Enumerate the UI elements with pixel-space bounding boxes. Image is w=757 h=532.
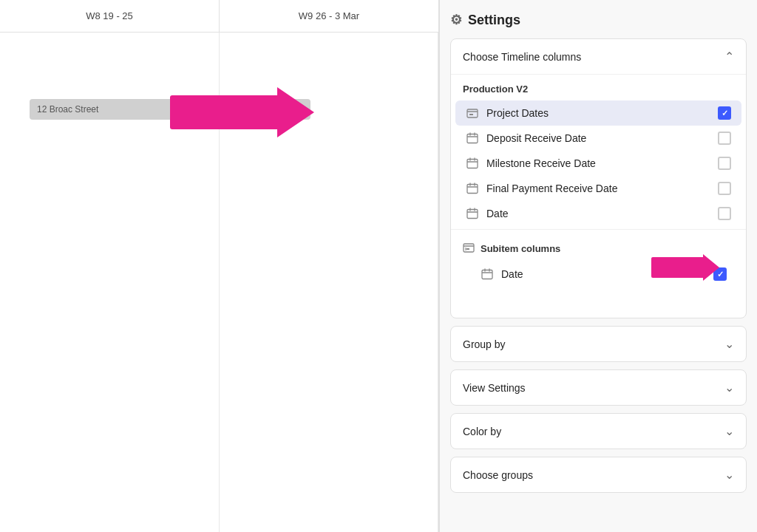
svg-rect-0: [467, 109, 478, 117]
timeline-columns-content: Production V2 Project Dates: [451, 74, 746, 318]
chevron-down-icon-1: ⌄: [724, 337, 734, 351]
svg-rect-22: [465, 248, 466, 250]
column-deposit-date[interactable]: Deposit Receive Date: [455, 126, 741, 151]
bar-label: 12 Broac Street: [37, 104, 98, 115]
project-dates-checkbox[interactable]: [718, 106, 731, 120]
subitem-date-checkbox[interactable]: [713, 267, 727, 281]
arrow-head: [277, 87, 314, 137]
group-by-section: Group by ⌄: [450, 326, 747, 362]
timeline-body: 12 Broac Street: [0, 33, 438, 532]
column-project-dates[interactable]: Project Dates: [455, 100, 741, 126]
timeline-columns-section: Choose Timeline columns ⌃ Production V2 …: [450, 38, 747, 318]
svg-rect-2: [469, 114, 473, 115]
svg-rect-3: [467, 134, 478, 143]
column-milestone-date[interactable]: Milestone Receive Date: [455, 151, 741, 176]
view-settings-section: View Settings ⌄: [450, 369, 747, 406]
svg-rect-23: [482, 270, 492, 279]
group-label: Production V2: [451, 75, 746, 100]
settings-title: ⚙ Settings: [450, 12, 747, 28]
svg-rect-7: [467, 160, 478, 168]
final-payment-label: Final Payment Receive Date: [486, 183, 718, 194]
settings-panel: ⚙ Settings Choose Timeline columns ⌃ Pro…: [439, 0, 757, 532]
view-settings-header[interactable]: View Settings ⌄: [451, 370, 746, 405]
timeline-columns-header[interactable]: Choose Timeline columns ⌃: [451, 39, 746, 74]
week-2: W9 26 - 3 Mar: [220, 0, 438, 32]
group-by-header[interactable]: Group by ⌄: [451, 327, 746, 361]
timeline-area: W8 19 - 25 W9 26 - 3 Mar 12 Broac Street: [0, 0, 439, 532]
milestone-date-checkbox[interactable]: [718, 157, 731, 170]
column-subitem-date[interactable]: Date: [460, 262, 737, 287]
chevron-down-icon-3: ⌄: [724, 424, 734, 438]
choose-groups-section: Choose groups ⌄: [450, 457, 747, 493]
date-checkbox[interactable]: [718, 207, 731, 220]
subitem-icon: [463, 242, 475, 256]
svg-rect-11: [467, 185, 478, 194]
chevron-down-icon-2: ⌄: [724, 381, 734, 395]
subitem-group-label: Subitem columns: [451, 233, 746, 262]
chevron-up-icon: ⌃: [724, 50, 734, 64]
deposit-date-checkbox[interactable]: [718, 132, 731, 145]
timeline-icon: [466, 107, 479, 119]
timeline-header: W8 19 - 25 W9 26 - 3 Mar: [0, 0, 438, 33]
settings-gear-icon: ⚙: [450, 12, 462, 28]
choose-groups-header[interactable]: Choose groups ⌄: [451, 457, 746, 492]
deposit-date-label: Deposit Receive Date: [486, 132, 718, 144]
svg-rect-15: [467, 210, 478, 219]
date-label: Date: [486, 208, 718, 219]
week-1: W8 19 - 25: [0, 0, 220, 32]
final-payment-checkbox[interactable]: [718, 182, 731, 195]
subitem-date-row: Date: [455, 262, 741, 287]
calendar-icon-1: [466, 132, 479, 144]
arrow-spacer: [451, 287, 746, 309]
calendar-icon-3: [466, 183, 479, 194]
subitem-date-label: Date: [501, 268, 713, 280]
arrow-body: [170, 95, 277, 129]
milestone-date-label: Milestone Receive Date: [486, 157, 718, 169]
project-dates-label: Project Dates: [486, 107, 718, 119]
column-final-payment-date[interactable]: Final Payment Receive Date: [455, 176, 741, 201]
divider: [451, 229, 746, 230]
column-date[interactable]: Date: [455, 201, 741, 226]
color-by-header[interactable]: Color by ⌄: [451, 414, 746, 449]
pink-arrow: [170, 87, 314, 137]
calendar-icon-4: [466, 208, 479, 219]
chevron-down-icon-4: ⌄: [724, 468, 734, 482]
calendar-icon-5: [481, 268, 494, 280]
calendar-icon-2: [466, 157, 479, 169]
color-by-section: Color by ⌄: [450, 413, 747, 449]
